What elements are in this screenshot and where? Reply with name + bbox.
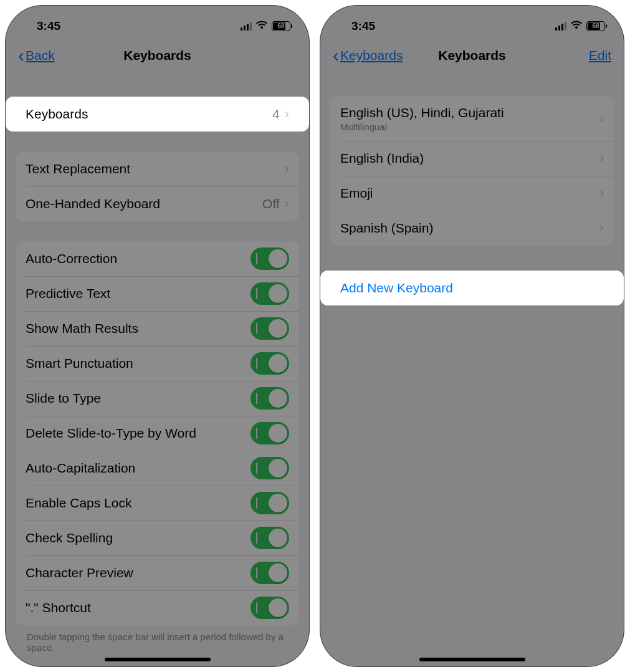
row-label: Check Spelling <box>26 530 113 545</box>
toggle-switch[interactable] <box>251 597 289 619</box>
edit-button[interactable]: Edit <box>589 48 611 63</box>
keyboards-row[interactable]: Keyboards 4 › <box>16 97 299 132</box>
phone-right: 3:45 68 ‹ Keyboards Keyboards Edit Engli… <box>320 5 624 667</box>
toggle-row: Delete Slide-to-Type by Word <box>16 416 299 451</box>
chevron-left-icon: ‹ <box>333 46 339 65</box>
toggle-row: Enable Caps Lock <box>16 486 299 521</box>
row-subtitle: Multilingual <box>340 122 504 132</box>
toggle-row: Auto-Capitalization <box>16 451 299 486</box>
row-label: Text Replacement <box>26 161 130 176</box>
wifi-icon <box>570 19 583 33</box>
battery-icon: 68 <box>586 21 605 31</box>
row-label: Delete Slide-to-Type by Word <box>26 426 196 441</box>
toggle-row: "." Shortcut <box>16 590 299 625</box>
phone-left: 3:45 68 ‹ Back Keyboards Keyboards 4 › <box>5 5 310 667</box>
keyboard-list-item[interactable]: Spanish (Spain)› <box>330 211 614 246</box>
row-label: One-Handed Keyboard <box>26 196 160 211</box>
toggle-switch[interactable] <box>251 422 289 444</box>
back-button[interactable]: ‹ Keyboards <box>333 46 403 65</box>
row-label: Keyboards <box>26 107 88 122</box>
status-clock: 3:45 <box>37 19 60 33</box>
home-indicator[interactable] <box>105 658 211 661</box>
row-label: Auto-Correction <box>26 251 117 266</box>
footnote: Double tapping the space bar will insert… <box>16 625 299 653</box>
add-new-keyboard-button[interactable]: Add New Keyboard <box>330 271 614 305</box>
chevron-right-icon: › <box>285 161 289 177</box>
chevron-right-icon: › <box>285 196 289 212</box>
nav-bar: ‹ Back Keyboards <box>6 40 309 74</box>
keyboard-list-item[interactable]: English (US), Hindi, GujaratiMultilingua… <box>330 97 614 141</box>
toggle-row: Auto-Correction <box>16 241 299 276</box>
row-label: Spanish (Spain) <box>340 221 433 236</box>
battery-icon: 68 <box>272 21 290 31</box>
status-clock: 3:45 <box>351 19 375 33</box>
toggle-row: Smart Punctuation <box>16 346 299 381</box>
toggle-switch[interactable] <box>251 387 289 410</box>
chevron-right-icon: › <box>599 111 604 127</box>
status-bar: 3:45 68 <box>6 6 309 40</box>
keyboard-list-item[interactable]: Emoji› <box>330 176 614 211</box>
toggle-switch[interactable] <box>251 527 289 549</box>
row-label: Character Preview <box>26 565 133 580</box>
nav-bar: ‹ Keyboards Keyboards Edit <box>320 40 624 74</box>
toggle-row: Check Spelling <box>16 521 299 555</box>
row-label: Enable Caps Lock <box>26 496 131 511</box>
row-label: Show Math Results <box>26 321 138 336</box>
toggle-switch[interactable] <box>251 562 289 584</box>
chevron-right-icon: › <box>599 185 604 201</box>
cellular-icon <box>241 22 252 31</box>
chevron-right-icon: › <box>599 220 604 236</box>
one-handed-value: Off <box>262 196 280 211</box>
toggle-switch[interactable] <box>251 457 289 479</box>
toggle-switch[interactable] <box>251 282 289 305</box>
home-indicator[interactable] <box>419 658 525 661</box>
row-label: Emoji <box>340 186 373 201</box>
toggle-switch[interactable] <box>251 492 289 514</box>
chevron-right-icon: › <box>285 106 289 122</box>
wifi-icon <box>255 19 268 33</box>
keyboard-list-item[interactable]: English (India)› <box>330 141 614 176</box>
status-bar: 3:45 68 <box>320 6 624 40</box>
row-label: English (US), Hindi, Gujarati <box>340 105 504 120</box>
row-label: Slide to Type <box>26 391 101 406</box>
toggle-switch[interactable] <box>251 352 289 375</box>
toggle-row: Predictive Text <box>16 276 299 311</box>
chevron-right-icon: › <box>599 150 604 166</box>
row-label: English (India) <box>340 151 424 166</box>
row-label: Smart Punctuation <box>26 356 133 371</box>
row-label: "." Shortcut <box>26 600 91 615</box>
toggle-switch[interactable] <box>251 317 289 340</box>
one-handed-keyboard-row[interactable]: One-Handed Keyboard Off › <box>16 186 299 221</box>
keyboards-count: 4 <box>272 107 280 122</box>
row-label: Predictive Text <box>26 286 110 301</box>
chevron-left-icon: ‹ <box>18 46 24 65</box>
text-replacement-row[interactable]: Text Replacement › <box>16 151 299 186</box>
cellular-icon <box>555 22 566 31</box>
toggle-switch[interactable] <box>251 247 289 270</box>
row-label: Auto-Capitalization <box>26 461 135 476</box>
toggle-row: Slide to Type <box>16 381 299 416</box>
back-button[interactable]: ‹ Back <box>18 46 55 65</box>
toggle-row: Show Math Results <box>16 311 299 346</box>
toggle-row: Character Preview <box>16 555 299 590</box>
